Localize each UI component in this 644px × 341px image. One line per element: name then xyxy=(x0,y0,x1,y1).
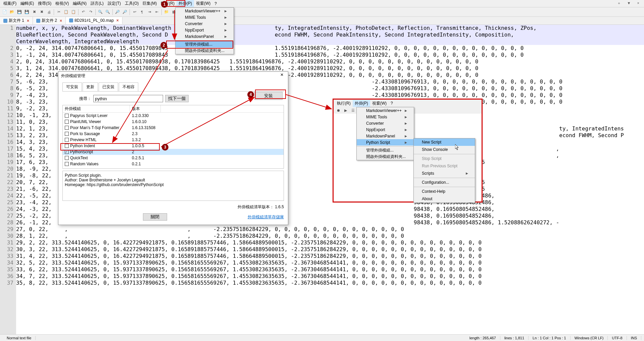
plugin-converter[interactable]: Converter▶ xyxy=(176,20,234,27)
ov2-plugin-mimetools[interactable]: MIME Tools▶ xyxy=(357,114,414,120)
ov2-plugin-manage[interactable]: 管理外掛模組... xyxy=(357,147,414,154)
zoom-out-icon[interactable]: 🔎 xyxy=(121,9,128,15)
menu-help[interactable]: ? xyxy=(212,1,219,7)
plugin-checkbox[interactable] xyxy=(65,114,69,118)
show-all-icon[interactable]: ¶ xyxy=(139,9,145,15)
tab-close-icon[interactable]: × xyxy=(27,18,29,23)
plugin-checkbox[interactable] xyxy=(65,138,69,142)
submenu-context-help[interactable]: Context-Help xyxy=(414,188,475,195)
plugin-open-folder[interactable]: 開啟外掛模組資料夾... xyxy=(176,48,234,54)
plugin-manage[interactable]: 管理外掛模組... xyxy=(176,41,234,48)
ov2-plugin-open-folder[interactable]: 開啟外掛模組資料夾... xyxy=(357,154,414,160)
tab-updates[interactable]: 更新 xyxy=(83,82,98,91)
redo-icon[interactable]: ↷ xyxy=(87,9,94,15)
replace-icon[interactable]: 🔍 xyxy=(104,9,111,15)
ov2-plugin-markdownpanel[interactable]: MarkdownPanel▶ xyxy=(357,133,414,139)
tab-installed[interactable]: 已安裝 xyxy=(99,82,118,91)
plugin-row[interactable]: PlantUML Viewer1.6.0.10 xyxy=(63,119,284,125)
plugin-checkbox[interactable] xyxy=(65,156,69,160)
menu-file[interactable]: 檔案(F) xyxy=(1,0,18,7)
plugin-row[interactable]: Pork to Sausage2.3 xyxy=(63,131,284,137)
plugin-checkbox[interactable] xyxy=(65,120,69,124)
print-icon[interactable]: 🖨 xyxy=(46,9,52,15)
menu-encoding[interactable]: 編碼(N) xyxy=(71,0,89,7)
copy-icon[interactable]: 📋 xyxy=(63,9,69,15)
plugin-row[interactable]: Random Values0.2.1 xyxy=(63,161,284,167)
indent-icon[interactable]: ⇥ xyxy=(146,9,153,15)
tab-close-icon[interactable]: × xyxy=(116,18,119,23)
search-input[interactable] xyxy=(93,95,163,102)
tab-installable[interactable]: 可安裝 xyxy=(62,82,82,91)
plugin-row[interactable]: Poor Man's T-Sql Formatter1.6.13.31508 xyxy=(63,125,284,131)
menu-search[interactable]: 搜尋(S) xyxy=(36,0,53,7)
plugin-row[interactable]: Preview HTML1.3.2 xyxy=(63,137,284,143)
install-button[interactable]: 安裝 xyxy=(254,92,283,100)
ov2-plugin-nppexport[interactable]: NppExport▶ xyxy=(357,126,414,133)
wrap-icon[interactable]: ↩ xyxy=(131,9,138,15)
ov2-plugin-pythonscript[interactable]: Python Script▶ xyxy=(357,139,414,146)
plugin-row[interactable]: PythonScript2 xyxy=(63,149,284,155)
record-icon[interactable]: ⏺ xyxy=(335,107,342,114)
plugin-checkbox[interactable] xyxy=(65,150,69,154)
submenu-new-script[interactable]: New Script xyxy=(414,138,475,146)
find-next-button[interactable]: 找下一個 xyxy=(165,95,189,102)
window-controls[interactable]: ＋ ▼ × xyxy=(617,1,642,6)
submenu-show-console[interactable]: Show Console xyxy=(414,146,475,153)
line-number-gutter: 1234567891011121314151617181920212223242… xyxy=(0,25,16,334)
zoom-in-icon[interactable]: 🔎 xyxy=(114,9,121,15)
close-all-icon[interactable]: ✖ xyxy=(38,9,45,15)
save-all-icon[interactable]: 💾 xyxy=(23,9,30,15)
plugin-list-repo-link[interactable]: 外掛模組清單存儲庫 xyxy=(248,214,284,220)
col-plugin-name[interactable]: 外掛模組 xyxy=(63,105,130,112)
tab-incompatible[interactable]: 不相容 xyxy=(119,82,138,91)
plugin-mimetools[interactable]: MIME Tools▶ xyxy=(176,14,234,20)
new-file-icon[interactable]: 📄 xyxy=(1,9,8,15)
plugin-row[interactable]: QuickText0.2.5.1 xyxy=(63,155,284,161)
find-icon[interactable]: 🔍 xyxy=(97,9,104,15)
submenu-scripts[interactable]: Scripts▶ xyxy=(414,170,475,177)
menu-macro[interactable]: 巨集(M) xyxy=(141,0,159,7)
ov2-menu-plugins[interactable]: 外掛(P) xyxy=(353,100,370,107)
play-icon[interactable]: ▶ xyxy=(342,107,349,114)
close-icon[interactable]: ✖ xyxy=(31,9,38,15)
save-icon[interactable]: 💾 xyxy=(16,9,23,15)
paste-icon[interactable]: 📋 xyxy=(70,9,77,15)
undo-icon[interactable]: ↶ xyxy=(80,9,87,15)
tab-close-icon[interactable]: × xyxy=(60,18,62,23)
plugin-checkbox[interactable] xyxy=(65,144,69,148)
close-button[interactable]: 關閉 xyxy=(143,213,167,221)
ov2-menu-help[interactable]: ? xyxy=(389,100,395,106)
ov2-plugin-markdownviewer[interactable]: MarkdownViewer++▶ xyxy=(357,107,414,114)
plugin-row[interactable]: Papyrus Script Lexer1.2.0.330 xyxy=(63,113,284,119)
indent-icon[interactable]: ☰ xyxy=(350,107,356,114)
menu-edit[interactable]: 編輯(E) xyxy=(18,0,36,7)
submenu-configuration[interactable]: Configuration... xyxy=(414,179,475,186)
submenu-about[interactable]: About xyxy=(414,195,475,203)
ov2-menu-run[interactable]: 執行(R) xyxy=(335,100,353,107)
menu-view[interactable]: 檢視(V) xyxy=(53,0,71,7)
plugin-row[interactable]: Python Indent1.0.0.5 xyxy=(63,143,284,149)
menu-window[interactable]: 視窗(W) xyxy=(194,0,212,7)
menu-plugins[interactable]: 外掛(P) xyxy=(177,0,194,7)
open-file-icon[interactable]: 📂 xyxy=(9,9,15,15)
tab-new-2[interactable]: 新文件 2× xyxy=(33,17,66,24)
plugin-nppexport[interactable]: NppExport▶ xyxy=(176,27,234,33)
plugin-checkbox[interactable] xyxy=(65,126,69,130)
menu-settings[interactable]: 設定(T) xyxy=(106,0,123,7)
dialog-close-button[interactable]: ✕ xyxy=(279,72,285,79)
plugin-markdownpanel[interactable]: MarkdownPanel▶ xyxy=(176,33,234,40)
outdent-icon[interactable]: ⇤ xyxy=(153,9,160,15)
plugin-version: 2 xyxy=(130,150,161,154)
tab-new-1[interactable]: 新文件 1× xyxy=(0,17,33,24)
col-version[interactable]: 版本 xyxy=(130,105,161,112)
plugin-markdownviewer[interactable]: MarkdownViewer++▶ xyxy=(176,8,234,14)
plugin-checkbox[interactable] xyxy=(65,132,69,136)
tab-map-file[interactable]: 8D291#1_PL_00.map× xyxy=(66,17,122,24)
menu-tools[interactable]: 工具(O) xyxy=(123,0,141,7)
ov2-plugin-converter[interactable]: Converter▶ xyxy=(357,120,414,126)
cut-icon[interactable]: ✂ xyxy=(55,9,62,15)
menu-language[interactable]: 語言(L) xyxy=(89,0,106,7)
folder-icon[interactable]: 📁 xyxy=(163,9,170,15)
plugin-checkbox[interactable] xyxy=(65,162,69,166)
ov2-menu-window[interactable]: 視窗(W) xyxy=(370,100,389,107)
